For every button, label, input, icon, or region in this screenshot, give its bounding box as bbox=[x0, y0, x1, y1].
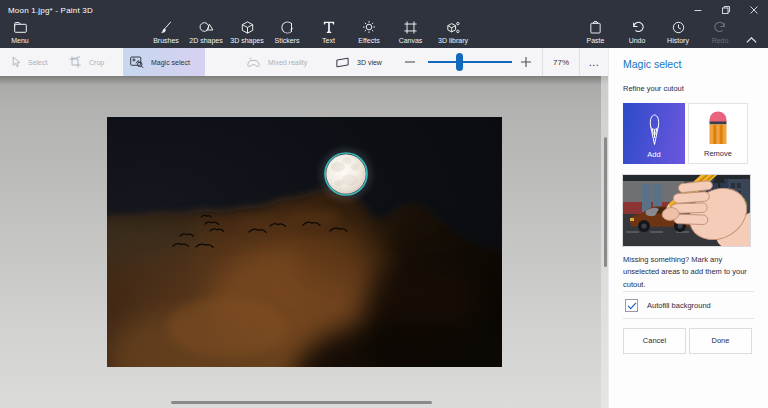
hint-text: Missing something? Mark any unselected a… bbox=[623, 254, 756, 291]
history-button[interactable]: History bbox=[656, 20, 700, 45]
divider-top bbox=[623, 291, 754, 292]
window-title: Moon 1.jpg* - Paint 3D bbox=[8, 6, 93, 15]
restore-icon bbox=[722, 6, 730, 14]
window-controls bbox=[684, 0, 768, 20]
checkmark-icon bbox=[627, 302, 637, 310]
refine-tools: Add Remove bbox=[623, 103, 748, 164]
text-button[interactable]: Text bbox=[307, 20, 351, 45]
magic-select-button[interactable]: Magic select bbox=[130, 48, 190, 76]
zoom-percentage[interactable]: 77% bbox=[542, 48, 580, 76]
effects-icon bbox=[362, 20, 376, 34]
canvas-workspace[interactable] bbox=[0, 76, 608, 408]
close-button[interactable] bbox=[740, 0, 768, 20]
close-icon bbox=[750, 6, 758, 14]
stickers-button[interactable]: Stickers bbox=[265, 20, 309, 45]
magic-select-illustration bbox=[622, 174, 751, 247]
3d-library-button[interactable]: 3D library bbox=[431, 20, 475, 45]
text-icon bbox=[323, 20, 335, 34]
autofill-label: Autofill background bbox=[647, 301, 711, 310]
brushes-icon bbox=[159, 20, 173, 34]
undo-icon bbox=[631, 20, 644, 34]
autofill-row[interactable]: Autofill background bbox=[625, 299, 711, 312]
add-pencil-icon bbox=[647, 113, 662, 146]
3d-shapes-button[interactable]: 3D shapes bbox=[225, 20, 269, 45]
paste-button[interactable]: Paste bbox=[574, 20, 618, 45]
menu-icon bbox=[14, 20, 27, 34]
zoom-in-button[interactable] bbox=[515, 48, 537, 76]
panel-actions: Cancel Done bbox=[623, 328, 752, 354]
zoom-slider[interactable] bbox=[428, 48, 512, 76]
add-button[interactable]: Add bbox=[623, 103, 685, 164]
brushes-button[interactable]: Brushes bbox=[144, 20, 188, 45]
menu-button[interactable]: Menu bbox=[0, 20, 42, 45]
remove-button[interactable]: Remove bbox=[688, 103, 748, 164]
done-button[interactable]: Done bbox=[689, 328, 752, 354]
tool-options-ribbon: Select Crop Magic select bbox=[0, 48, 608, 76]
photo-canvas[interactable] bbox=[107, 117, 502, 367]
horizontal-scrollbar[interactable] bbox=[171, 401, 432, 404]
crop-icon bbox=[69, 56, 81, 68]
canvas-button[interactable]: Canvas bbox=[389, 20, 433, 45]
magic-select-icon bbox=[130, 56, 144, 68]
paste-icon bbox=[590, 20, 601, 34]
refine-label: Refine your cutout bbox=[623, 84, 684, 93]
divider-bottom bbox=[623, 318, 754, 319]
zoom-slider-thumb[interactable] bbox=[456, 53, 463, 71]
select-cursor-icon bbox=[12, 56, 21, 68]
remove-eraser-icon bbox=[706, 111, 730, 145]
more-options-button[interactable]: … bbox=[580, 48, 608, 76]
cancel-button[interactable]: Cancel bbox=[623, 328, 686, 354]
magic-select-panel: Magic select Refine your cutout Add Remo… bbox=[608, 48, 768, 408]
selected-moon[interactable] bbox=[320, 148, 372, 200]
3d-library-icon bbox=[446, 20, 460, 34]
stickers-icon bbox=[281, 20, 294, 34]
crop-button[interactable]: Crop bbox=[69, 48, 104, 76]
zoom-slider-track bbox=[428, 61, 512, 63]
effects-button[interactable]: Effects bbox=[347, 20, 391, 45]
select-button[interactable]: Select bbox=[12, 48, 47, 76]
3d-view-button[interactable]: 3D view bbox=[336, 48, 382, 76]
history-icon bbox=[672, 20, 685, 34]
3d-shapes-icon bbox=[241, 20, 254, 34]
vertical-scrollbar[interactable] bbox=[604, 137, 607, 267]
undo-button[interactable]: Undo bbox=[615, 20, 659, 45]
collapse-ribbon-button[interactable] bbox=[741, 34, 761, 46]
plus-icon bbox=[521, 57, 531, 67]
autofill-checkbox[interactable] bbox=[625, 299, 638, 312]
2d-shapes-button[interactable]: 2D shapes bbox=[184, 20, 228, 45]
restore-button[interactable] bbox=[712, 0, 740, 20]
zoom-out-button[interactable] bbox=[399, 48, 421, 76]
minimize-button[interactable] bbox=[684, 0, 712, 20]
minus-icon bbox=[405, 57, 415, 67]
mixed-reality-button[interactable]: Mixed reality bbox=[247, 48, 307, 76]
panel-title: Magic select bbox=[623, 58, 681, 70]
3d-view-icon bbox=[336, 57, 349, 68]
redo-button[interactable]: Redo bbox=[698, 20, 742, 45]
mixed-reality-icon bbox=[247, 56, 260, 68]
chevron-up-icon bbox=[746, 37, 757, 43]
2d-shapes-icon bbox=[199, 20, 214, 34]
title-and-toolbar: Moon 1.jpg* - Paint 3D Menu Brushes bbox=[0, 0, 768, 48]
canvas-icon bbox=[404, 20, 417, 34]
minimize-icon bbox=[694, 6, 702, 14]
redo-icon bbox=[714, 20, 727, 34]
ribbon-shadow bbox=[0, 76, 608, 85]
